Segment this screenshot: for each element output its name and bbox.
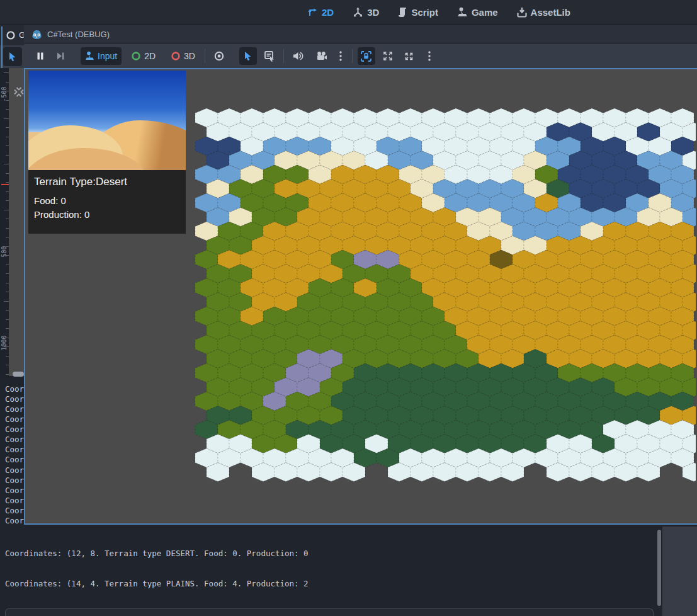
camera-button[interactable] (313, 47, 331, 65)
ruler-origin-line (1, 184, 9, 185)
terrain-type-label: Terrain Type:Desert (34, 176, 180, 188)
desert-photo (28, 71, 186, 170)
ruler-tick (4, 118, 9, 119)
fullscreen-button[interactable] (400, 47, 418, 65)
dock-accent-line (1, 26, 3, 68)
radio-3d-icon (171, 51, 181, 61)
ruler-label: 500 (1, 241, 8, 263)
selection-tool-button[interactable] (239, 47, 257, 65)
tab-3d-label: 3D (367, 7, 379, 18)
embedded-game-window: C#Test (DEBUG) Input 2D 3D (24, 25, 697, 525)
console-clipped-line: Coor (5, 404, 24, 414)
embed-focus-button[interactable] (358, 47, 375, 65)
fullscreen-arrows-icon (403, 50, 415, 62)
tab-script-label: Script (411, 7, 438, 18)
tab-assetlib[interactable]: AssetLib (517, 7, 570, 18)
godot-editor: 2D 3D Script Game (0, 0, 697, 616)
console-clipped-line: Coor (5, 455, 24, 465)
camera-override-button[interactable] (210, 47, 228, 65)
console-clipped-line: Coor (5, 476, 24, 486)
console-clipped-lines: CoorCoorCoorCoorCoorCoorCoorCoorCoorCoor… (5, 384, 24, 526)
script-icon (398, 7, 407, 18)
expand-arrows-icon (382, 50, 394, 62)
select-list-icon (264, 50, 275, 62)
ruler-tick (4, 72, 9, 73)
move-2d-icon (307, 7, 318, 18)
godot-logo-icon (31, 30, 42, 40)
console-clipped-line: Coor (5, 394, 24, 404)
tab-game[interactable]: Game (457, 7, 498, 18)
scene-tab-fragment: G (0, 25, 24, 45)
eye-target-icon (213, 50, 225, 62)
embed-menu-button[interactable] (423, 47, 436, 65)
console-clipped-line: Coor (5, 435, 24, 445)
tab-game-label: Game (472, 7, 498, 18)
console-clipped-line: Coor (5, 506, 24, 516)
console-clipped-line: Coor (5, 445, 24, 455)
tab-script[interactable]: Script (398, 7, 438, 18)
pause-button[interactable] (31, 47, 49, 65)
console-clipped-line: Coor (5, 425, 24, 435)
tab-3d[interactable]: 3D (353, 7, 379, 18)
game-toolbar: Input 2D 3D (24, 44, 697, 68)
toolbar-separator (283, 49, 284, 63)
console-clipped-line: Coor (5, 486, 24, 496)
bottom-panel-right (662, 527, 697, 616)
vertical-dots-icon (428, 50, 431, 62)
ruler-tick (4, 210, 9, 210)
toolbar-separator (205, 49, 205, 63)
select-mode-2d[interactable]: 2D (127, 47, 160, 65)
camera-icon (316, 51, 327, 61)
console-input-field[interactable] (5, 608, 654, 616)
mode-3d-label: 3D (184, 51, 195, 61)
workspace-tabs: 2D 3D Script Game (307, 0, 570, 24)
select-list-button[interactable] (261, 47, 278, 65)
next-frame-icon (55, 51, 65, 61)
food-label: Food: 0 (34, 195, 180, 206)
vertical-dots-icon (339, 50, 343, 62)
scene-circle-icon (6, 30, 16, 40)
game-titlebar[interactable]: C#Test (DEBUG) (24, 25, 697, 44)
mute-audio-button[interactable] (289, 47, 307, 65)
console-clipped-line: Coor (5, 496, 24, 506)
select-mode-3d[interactable]: 3D (166, 47, 200, 65)
tab-2d-label: 2D (322, 7, 334, 18)
mode-2d-label: 2D (144, 51, 156, 61)
console-clipped-line: Coor (5, 414, 24, 425)
console-line: Coordinates: (14, 4. Terrain type PLAINS… (5, 579, 341, 589)
ruler-label: 1000 (1, 332, 8, 355)
console-lines: Coordinates: (12, 8. Terrain type DESERT… (5, 528, 341, 616)
pause-icon (35, 51, 45, 61)
focus-center-icon (14, 87, 24, 97)
tab-2d[interactable]: 2D (307, 7, 334, 18)
cursor-icon (243, 51, 253, 61)
speaker-icon (292, 50, 303, 62)
console-clipped-line: Coor (5, 465, 24, 476)
ruler-tick (4, 164, 9, 164)
console-scrollbar[interactable] (657, 530, 661, 606)
game-menu-button[interactable] (334, 47, 347, 65)
editor-2d-toolbar (0, 45, 24, 68)
terrain-info-panel: Terrain Type:Desert Food: 0 Production: … (28, 71, 186, 234)
joystick-icon (457, 7, 468, 18)
horizontal-scrollbar-thumb[interactable] (13, 372, 24, 377)
game-viewport[interactable]: Terrain Type:Desert Food: 0 Production: … (24, 69, 697, 523)
ruler-tick (4, 301, 9, 302)
game-embed-border-bottom (24, 523, 697, 525)
cursor-icon (8, 52, 18, 62)
console-line: Coordinates: (12, 8. Terrain type DESERT… (5, 549, 341, 559)
console-clipped-line: Coor (5, 384, 24, 394)
ruler-label: -500 (1, 83, 8, 106)
radio-2d-icon (131, 51, 141, 61)
console-clipped-line: Coor (5, 516, 24, 526)
tab-assetlib-label: AssetLib (531, 7, 570, 18)
input-mode-toggle[interactable]: Input (81, 47, 122, 65)
toolbar-separator (352, 49, 353, 63)
vertical-ruler: -5005001000 (0, 68, 9, 376)
next-frame-button[interactable] (52, 47, 69, 65)
focus-lock-icon (360, 50, 372, 62)
production-label: Production: 0 (34, 209, 180, 220)
select-tool-button[interactable] (3, 47, 22, 66)
expand-window-button[interactable] (379, 47, 397, 65)
editor-viewport-sliver (9, 68, 24, 376)
